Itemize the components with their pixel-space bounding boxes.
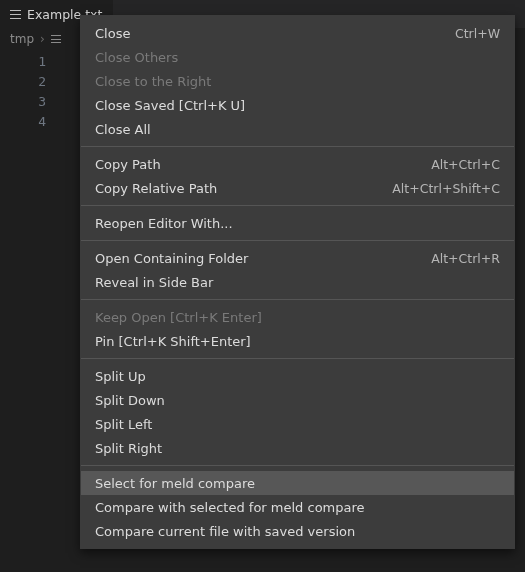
menu-label: Close: [95, 26, 130, 41]
menu-label: Select for meld compare: [95, 476, 255, 491]
menu-item-copy-relative-path[interactable]: Copy Relative Path Alt+Ctrl+Shift+C: [81, 176, 514, 200]
menu-separator: [81, 205, 514, 206]
menu-label: Copy Relative Path: [95, 181, 217, 196]
menu-label: Split Down: [95, 393, 165, 408]
line-number: 4: [0, 112, 46, 132]
menu-item-open-containing-folder[interactable]: Open Containing Folder Alt+Ctrl+R: [81, 246, 514, 270]
menu-label: Compare with selected for meld compare: [95, 500, 365, 515]
menu-separator: [81, 299, 514, 300]
menu-accel: Alt+Ctrl+C: [431, 157, 500, 172]
menu-item-close[interactable]: Close Ctrl+W: [81, 21, 514, 45]
menu-label: Close Others: [95, 50, 178, 65]
menu-label: Keep Open [Ctrl+K Enter]: [95, 310, 262, 325]
menu-item-reopen-editor-with[interactable]: Reopen Editor With...: [81, 211, 514, 235]
menu-separator: [81, 465, 514, 466]
menu-item-copy-path[interactable]: Copy Path Alt+Ctrl+C: [81, 152, 514, 176]
breadcrumb-seg-tmp[interactable]: tmp: [10, 32, 34, 46]
menu-item-close-all[interactable]: Close All: [81, 117, 514, 141]
menu-label: Reopen Editor With...: [95, 216, 233, 231]
menu-item-compare-with-selected-meld[interactable]: Compare with selected for meld compare: [81, 495, 514, 519]
menu-label: Close Saved [Ctrl+K U]: [95, 98, 245, 113]
menu-label: Copy Path: [95, 157, 161, 172]
menu-label: Split Right: [95, 441, 162, 456]
menu-separator: [81, 240, 514, 241]
menu-label: Close All: [95, 122, 151, 137]
menu-label: Close to the Right: [95, 74, 211, 89]
menu-item-select-for-meld-compare[interactable]: Select for meld compare: [81, 471, 514, 495]
tab-context-menu: Close Ctrl+W Close Others Close to the R…: [80, 15, 515, 549]
menu-label: Split Left: [95, 417, 152, 432]
menu-item-close-others[interactable]: Close Others: [81, 45, 514, 69]
line-number: 3: [0, 92, 46, 112]
menu-label: Reveal in Side Bar: [95, 275, 213, 290]
menu-item-split-down[interactable]: Split Down: [81, 388, 514, 412]
line-number: 2: [0, 72, 46, 92]
chevron-right-icon: ›: [40, 32, 45, 46]
menu-item-keep-open[interactable]: Keep Open [Ctrl+K Enter]: [81, 305, 514, 329]
menu-item-compare-with-saved-version[interactable]: Compare current file with saved version: [81, 519, 514, 543]
menu-item-split-left[interactable]: Split Left: [81, 412, 514, 436]
menu-label: Pin [Ctrl+K Shift+Enter]: [95, 334, 251, 349]
line-number-gutter: 1 2 3 4: [0, 50, 60, 572]
menu-accel: Alt+Ctrl+Shift+C: [392, 181, 500, 196]
menu-item-pin[interactable]: Pin [Ctrl+K Shift+Enter]: [81, 329, 514, 353]
menu-item-close-to-right[interactable]: Close to the Right: [81, 69, 514, 93]
menu-item-close-saved[interactable]: Close Saved [Ctrl+K U]: [81, 93, 514, 117]
menu-accel: Ctrl+W: [455, 26, 500, 41]
text-file-icon: [10, 10, 21, 19]
line-number: 1: [0, 52, 46, 72]
menu-label: Open Containing Folder: [95, 251, 248, 266]
menu-separator: [81, 358, 514, 359]
menu-label: Compare current file with saved version: [95, 524, 355, 539]
menu-item-split-right[interactable]: Split Right: [81, 436, 514, 460]
menu-item-split-up[interactable]: Split Up: [81, 364, 514, 388]
menu-item-reveal-in-side-bar[interactable]: Reveal in Side Bar: [81, 270, 514, 294]
menu-label: Split Up: [95, 369, 146, 384]
menu-accel: Alt+Ctrl+R: [431, 251, 500, 266]
menu-separator: [81, 146, 514, 147]
text-file-icon: [51, 35, 61, 43]
